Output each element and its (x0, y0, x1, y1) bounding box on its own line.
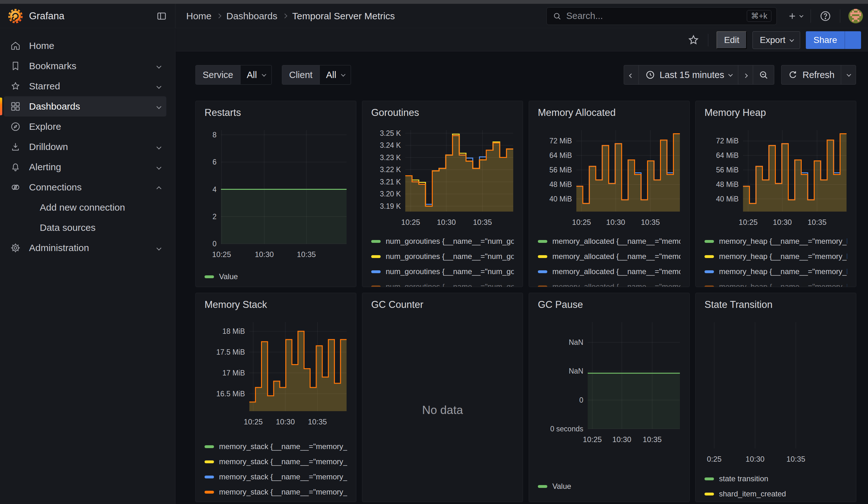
legend-marker (205, 491, 214, 494)
sidebar-item-add-new-connection[interactable]: Add new connection (4, 197, 166, 218)
legend-item[interactable]: memory_stack {__name__="memory_s (205, 439, 347, 454)
avatar[interactable] (848, 9, 863, 23)
breadcrumb-item[interactable]: Temporal Server Metrics (292, 11, 395, 21)
legend-item[interactable]: Value (205, 269, 347, 284)
svg-text:10:35: 10:35 (308, 418, 327, 426)
breadcrumb-item[interactable]: Home (186, 11, 211, 21)
no-data-text: No data (362, 404, 523, 417)
share-button[interactable]: Share (806, 31, 845, 49)
legend-item[interactable]: memory_allocated {__name__="memo (538, 264, 681, 279)
legend-item[interactable]: memory_heap {__name__="memory_h (704, 264, 847, 279)
refresh-button[interactable]: Refresh (782, 65, 841, 84)
panel-gcpause: GC Pause0 seconds0NaNNaN10:2510:3010:35V… (529, 293, 690, 502)
chart-memalloc[interactable]: 40 MiB48 MiB56 MiB64 MiB72 MiB10:2510:30… (538, 130, 681, 231)
help-icon[interactable] (819, 10, 832, 22)
time-shift-back-button[interactable] (624, 65, 639, 84)
panel-memalloc: Memory Allocated40 MiB48 MiB56 MiB64 MiB… (529, 101, 690, 287)
sidebar-item-explore[interactable]: Explore (4, 116, 166, 137)
sidebar-item-drilldown[interactable]: Drilldown (4, 137, 166, 157)
svg-text:64 MiB: 64 MiB (716, 151, 738, 160)
panel-legend: memory_stack {__name__="memory_smemory_s… (205, 439, 347, 500)
sidebar-item-connections[interactable]: Connections (4, 177, 166, 197)
panel-title[interactable]: GC Pause (538, 299, 681, 311)
chevron-down-icon[interactable] (157, 245, 162, 250)
chevron-down-icon[interactable] (157, 144, 162, 150)
panel-title[interactable]: Memory Stack (205, 299, 347, 311)
brand-section: Grafana (0, 4, 175, 28)
chevron-down-icon[interactable] (157, 165, 162, 169)
sidebar-item-bookmarks[interactable]: Bookmarks (4, 56, 166, 76)
chart-gcpause[interactable]: 0 seconds0NaNNaN10:2510:3010:35 (538, 322, 681, 449)
sidebar-item-home[interactable]: Home (4, 36, 166, 56)
legend-item[interactable]: memory_stack {__name__="memory_s (205, 484, 347, 500)
connections-icon (10, 182, 21, 193)
legend-item[interactable]: memory_stack {__name__="memory_s (205, 469, 347, 484)
svg-text:10:25: 10:25 (212, 250, 231, 259)
sidebar-item-dashboards[interactable]: Dashboards (4, 96, 166, 116)
legend-item[interactable]: num_goroutines {__name__="num_go (371, 249, 514, 264)
panel-title[interactable]: Memory Heap (704, 107, 847, 119)
sidebar-item-data-sources[interactable]: Data sources (4, 218, 166, 238)
chevron-down-icon (728, 72, 733, 77)
sidebar-item-administration[interactable]: Administration (4, 238, 166, 258)
refresh-interval-button[interactable] (841, 65, 856, 84)
svg-text:NaN: NaN (569, 367, 583, 375)
sidebar-toggle-icon[interactable] (156, 11, 167, 21)
sidebar-item-starred[interactable]: Starred (4, 76, 166, 96)
chevron-down-icon[interactable] (157, 104, 162, 109)
chart-memheap[interactable]: 40 MiB48 MiB56 MiB64 MiB72 MiB10:2510:30… (704, 130, 847, 231)
panel-legend: Value (205, 269, 347, 284)
legend-item[interactable]: shard_item_created (704, 486, 847, 502)
client-value-dropdown[interactable]: All (319, 65, 351, 84)
legend-item[interactable]: memory_allocated {__name__="memo (538, 249, 681, 264)
time-shift-forward-button[interactable] (738, 65, 753, 84)
chart-restarts[interactable]: 0246810:2510:3010:35 (205, 130, 347, 263)
search-box[interactable]: ⌘+k (546, 7, 777, 25)
sidebar-item-alerting[interactable]: Alerting (4, 157, 166, 177)
svg-text:10:30: 10:30 (255, 250, 273, 259)
svg-text:8: 8 (213, 131, 217, 139)
legend-item[interactable]: num_goroutines {__name__="num_go (371, 264, 514, 279)
legend-item[interactable]: state transition (704, 471, 847, 486)
chevron-down-icon[interactable] (157, 63, 162, 69)
panel-title[interactable]: Goroutines (371, 107, 514, 119)
legend-item[interactable]: memory_heap {__name__="memory_h (704, 249, 847, 264)
topbar-divider (840, 10, 840, 23)
chart-goroutines[interactable]: 3.19 K3.20 K3.21 K3.22 K3.23 K3.24 K3.25… (371, 130, 514, 231)
share-menu-button[interactable] (845, 31, 861, 49)
legend-item[interactable]: memory_allocated {__name__="memo (538, 279, 681, 287)
time-range-picker[interactable]: Last 15 minutes (639, 65, 738, 84)
panel-title[interactable]: State Transition (704, 299, 847, 311)
legend-label: memory_heap {__name__="memory_h (719, 267, 847, 276)
export-button[interactable]: Export (753, 31, 800, 49)
chevron-up-icon[interactable] (157, 186, 162, 191)
add-new-button[interactable] (787, 11, 802, 21)
legend-item[interactable]: memory_stack {__name__="memory_s (205, 454, 347, 469)
legend-item[interactable]: memory_allocated {__name__="memo (538, 234, 681, 249)
panel-title[interactable]: GC Counter (371, 299, 514, 311)
edit-button[interactable]: Edit (716, 31, 747, 49)
refresh-group: Refresh (781, 65, 856, 85)
legend-overflow: memory_heap {__name__="memory_h (704, 279, 847, 287)
favorite-star-icon[interactable] (687, 34, 700, 47)
panel-title[interactable]: Restarts (205, 107, 347, 119)
chart-memstack[interactable]: 16.5 MiB17 MiB17.5 MiB18 MiB10:2510:3010… (205, 322, 347, 431)
chart-state[interactable]: 0:2510:3010:35 (704, 322, 847, 468)
legend-label: memory_allocated {__name__="memo (552, 252, 681, 261)
svg-text:10:25: 10:25 (738, 218, 757, 226)
legend-item[interactable]: num_goroutines {__name__="num_go (371, 234, 514, 249)
legend-item[interactable]: Value (538, 479, 681, 494)
chevron-down-icon[interactable] (157, 84, 162, 89)
panel-title[interactable]: Memory Allocated (538, 107, 681, 119)
search-input[interactable] (566, 11, 747, 21)
service-value-dropdown[interactable]: All (240, 65, 271, 84)
svg-text:10:35: 10:35 (807, 218, 826, 226)
legend-item[interactable]: num_goroutines {__name__="num_go (371, 279, 514, 287)
breadcrumb-item[interactable]: Dashboards (226, 11, 277, 21)
legend-item[interactable]: memory_heap {__name__="memory_h (704, 234, 847, 249)
legend-marker (538, 286, 547, 287)
zoom-out-button[interactable] (753, 65, 774, 84)
legend-item[interactable]: memory_heap {__name__="memory_h (704, 279, 847, 287)
legend-marker (538, 270, 547, 273)
legend-label: shard_item_created (719, 490, 786, 498)
